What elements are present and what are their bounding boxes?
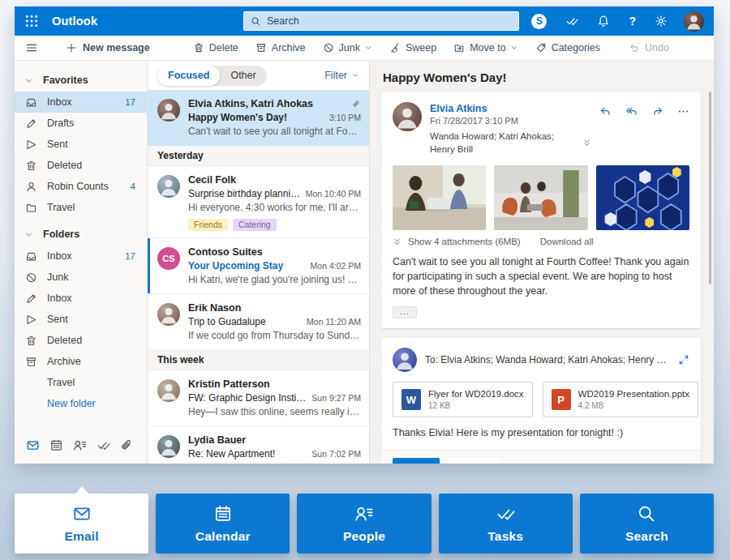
download-all-link[interactable]: Download all [540,237,594,246]
app-launcher-icon[interactable] [24,14,39,28]
sender-name[interactable]: Elvia Atkins [430,102,591,115]
sidebar-item-deleted[interactable]: Deleted [15,330,147,351]
send-button[interactable]: Send [393,458,440,464]
message-list-item[interactable]: Cecil Folk Surprise birthday planningMon… [148,166,369,238]
more-icon[interactable] [677,105,689,118]
discard-button[interactable]: Discard [448,458,501,464]
sidebar-item-new-folder[interactable]: New folder [15,393,147,414]
sidebar-item-drafts[interactable]: Drafts [15,113,147,134]
sidebar-item-travel[interactable]: Travel [15,372,147,393]
help-icon[interactable]: ? [629,15,636,27]
inbox-icon [25,96,37,109]
user-avatar[interactable] [684,11,704,32]
sidebar-section-header[interactable]: Favorites [15,69,147,92]
categories-button[interactable]: Categories [535,42,600,53]
tile-tasks[interactable]: Tasks [439,494,573,554]
message-sender: Lydia Bauer [188,434,361,447]
tab-other[interactable]: Other [220,66,266,86]
attachment-thumbnail-3[interactable] [596,165,689,230]
archive-button[interactable]: Archive [256,42,306,53]
sidebar-section-header[interactable]: Folders [15,223,147,246]
tasks-module-icon[interactable] [97,438,110,452]
message-list-item[interactable]: CS Contoso Suites Your Upcoming StayMon … [148,238,369,294]
sender-avatar[interactable] [393,102,422,131]
junk-button[interactable]: Junk [323,42,372,53]
image-icon[interactable] [548,463,560,464]
sidebar-item-robin-counts[interactable]: Robin Counts 4 [15,176,147,197]
app-title: Outlook [52,15,97,28]
message-list-item[interactable]: Lydia Bauer Re: New Apartment!Sun 7:02 P… [148,426,369,464]
ink-icon[interactable] [604,463,617,464]
toolbar-button-label: Move to [470,42,505,53]
sidebar-item-sent[interactable]: Sent [15,309,147,330]
sidebar-item-archive[interactable]: Archive [15,351,147,372]
message-list-item[interactable]: Kristin Patterson FW: Graphic Design Ins… [148,370,369,426]
folder-label: Sent [47,139,137,150]
paperclip-module-icon[interactable] [120,438,134,452]
sidebar-item-inbox[interactable]: Inbox 17 [15,246,147,267]
new-message-label: New message [83,42,150,53]
trash-icon [25,335,37,347]
move-to-button[interactable]: Move to [453,42,517,53]
calendar-module-icon[interactable] [49,438,63,452]
attachment-chip[interactable]: P WD2019 Presentation.pptx 4.2 MB [543,382,698,417]
tab-focused[interactable]: Focused [157,66,220,86]
reply-icon[interactable] [599,105,612,118]
message-list-item[interactable]: Elvia Atkins, Katri Ahokas Happy Women's… [148,90,369,146]
show-more-button[interactable]: ... [393,306,417,318]
tile-search[interactable]: Search [580,494,714,554]
table-icon[interactable] [633,463,646,464]
show-attachments-link[interactable]: Show 4 attachments (6MB) [408,237,521,246]
message-list-item[interactable]: Erik Nason Trip to GuadalupeMon 11:20 AM… [148,294,369,350]
check-icon[interactable] [565,15,578,28]
delete-button[interactable]: Delete [193,42,238,53]
sweep-button[interactable]: Sweep [389,42,436,53]
undo-button[interactable]: Undo [629,42,669,53]
gear-icon[interactable] [655,15,668,28]
hamburger-menu-icon[interactable] [25,41,38,54]
attachment-thumbnail-2[interactable] [494,165,587,230]
paperclip-icon[interactable] [519,463,532,464]
recipients-line[interactable]: Wanda Howard; Katri Ahokas; Henry Brill [430,130,591,156]
new-message-button[interactable]: New message [66,42,150,53]
reply-all-icon[interactable] [625,105,638,118]
sidebar-item-travel[interactable]: Travel [15,197,147,218]
tag-catering[interactable]: Catering [233,219,277,231]
message-sender: Cecil Folk [188,173,361,187]
bell-icon[interactable] [597,15,610,28]
scrollbar-thumb[interactable] [709,92,711,284]
tile-email[interactable]: Email [15,494,148,554]
filter-button[interactable]: Filter [324,70,359,81]
move-to-icon [453,42,465,53]
reply-author-avatar[interactable] [393,348,417,372]
send-icon [25,139,37,151]
more-icon[interactable] [661,463,674,464]
sidebar-item-junk[interactable]: Junk [15,267,147,288]
emoji-icon[interactable] [576,463,589,464]
skype-icon[interactable]: S [531,14,547,29]
reply-to-line[interactable]: To: Elvia Atkins; Wanda Howard; Katri Ah… [425,354,670,365]
attachment-thumbnail-1[interactable] [393,165,486,230]
mail-module-icon[interactable] [26,438,40,452]
forward-icon[interactable] [651,105,663,118]
attachment-name: Flyer for WD2019.docx [428,388,524,400]
sidebar-item-inbox[interactable]: Inbox [15,288,147,309]
tile-people[interactable]: People [297,494,431,554]
sidebar-item-sent[interactable]: Sent [15,134,147,155]
avatar [157,99,180,122]
search-icon [251,16,261,27]
outlook-window: Outlook Search S? New message Delete Arc… [15,6,714,464]
reply-body[interactable]: Thanks Elvia! Here is my presentation fo… [393,427,689,438]
sidebar-item-deleted[interactable]: Deleted [15,155,147,176]
search-input[interactable]: Search [243,11,519,31]
tag-friends[interactable]: Friends [188,219,228,231]
expand-compose-icon[interactable] [678,354,689,365]
tile-calendar[interactable]: Calendar [156,494,290,554]
attachment-name: WD2019 Presentation.pptx [578,388,689,400]
pencil-icon [25,118,37,130]
people-module-icon[interactable] [73,438,87,452]
attachment-chip[interactable]: W Flyer for WD2019.docx 12 KB [393,382,533,417]
sidebar-item-inbox[interactable]: Inbox 17 [15,92,147,113]
message-list: FocusedOther Filter Elvia Atkins, Katri … [147,61,370,464]
avatar [157,303,180,326]
